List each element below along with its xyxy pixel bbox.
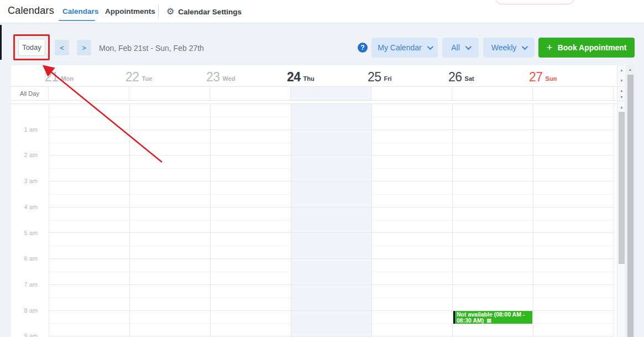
time-slot[interactable] [211, 130, 291, 156]
time-slot[interactable] [211, 311, 291, 337]
time-slot[interactable] [49, 130, 129, 156]
filter-all-dropdown[interactable]: All [442, 38, 479, 58]
time-slot[interactable] [130, 285, 210, 311]
all-day-row: All Day [11, 86, 617, 101]
time-slot[interactable] [372, 208, 452, 234]
all-day-cell[interactable] [371, 87, 452, 100]
time-slot[interactable] [211, 155, 291, 182]
time-slot[interactable] [372, 311, 452, 337]
time-slot[interactable] [130, 130, 210, 156]
time-slot[interactable] [291, 311, 371, 337]
time-slot[interactable] [533, 155, 614, 182]
time-slot[interactable] [372, 285, 452, 311]
time-slot[interactable] [130, 311, 210, 337]
calendar-scrollbar[interactable]: ▲ ▼ ▲ ▼ ▲ [617, 65, 625, 337]
all-day-cell[interactable] [533, 87, 614, 100]
time-slot[interactable] [211, 104, 291, 130]
time-slot[interactable] [211, 259, 291, 285]
book-appointment-button[interactable]: + Book Appointment [538, 38, 635, 58]
calendar-settings-link[interactable]: ⚙ Calendar Settings [166, 7, 242, 17]
time-slot[interactable] [533, 259, 614, 285]
time-slot[interactable] [291, 285, 371, 311]
time-slot[interactable] [291, 155, 371, 182]
time-slot[interactable] [372, 155, 452, 182]
time-slot[interactable] [130, 155, 210, 182]
calendar-select-dropdown[interactable]: My Calendar [371, 38, 438, 58]
today-button[interactable]: Today [18, 39, 45, 56]
time-slot[interactable] [291, 208, 371, 234]
day-column-fri[interactable] [372, 104, 453, 337]
time-slot[interactable] [533, 182, 614, 208]
time-slot[interactable] [372, 233, 452, 259]
tab-calendars[interactable]: Calendars [62, 7, 98, 15]
scrollbar-thumb[interactable] [627, 75, 633, 337]
time-slot[interactable] [211, 182, 291, 208]
time-slot[interactable] [453, 104, 533, 130]
time-slot[interactable] [453, 155, 533, 182]
time-slot[interactable] [533, 311, 614, 337]
time-slot[interactable] [453, 285, 533, 311]
view-mode-dropdown[interactable]: Weekly [483, 38, 535, 58]
time-slot[interactable] [211, 208, 291, 234]
day-column-sat[interactable]: Not available (08:00 AM -08:30 AM)▤ [453, 104, 533, 337]
time-slot[interactable] [372, 182, 452, 208]
day-column-tue[interactable] [130, 104, 211, 337]
all-day-cell[interactable] [452, 87, 533, 100]
time-slot[interactable] [291, 104, 371, 130]
day-column-wed[interactable] [211, 104, 291, 337]
time-slot[interactable] [533, 104, 614, 130]
scroll-up-icon[interactable]: ▲ [617, 105, 625, 110]
help-icon[interactable]: ? [358, 43, 368, 53]
all-day-cell[interactable] [210, 87, 291, 100]
time-slot[interactable] [49, 182, 129, 208]
all-day-cell[interactable] [129, 87, 210, 100]
time-slot[interactable] [130, 259, 210, 285]
time-slot[interactable] [49, 155, 129, 182]
time-slot[interactable] [49, 311, 129, 337]
time-slot[interactable] [291, 233, 371, 259]
hour-label: 8 am [11, 307, 43, 314]
all-day-cell[interactable] [49, 87, 129, 100]
time-slot[interactable] [49, 259, 129, 285]
time-slot[interactable] [533, 233, 614, 259]
time-slot[interactable] [130, 182, 210, 208]
time-slot[interactable] [130, 233, 210, 259]
prev-week-button[interactable]: < [55, 40, 69, 55]
next-week-button[interactable]: > [77, 40, 91, 55]
time-slot[interactable] [453, 182, 533, 208]
time-slot[interactable] [533, 130, 614, 156]
time-slot[interactable] [372, 104, 452, 130]
time-slot[interactable] [533, 285, 614, 311]
time-slot[interactable] [372, 130, 452, 156]
scrollbar-thumb[interactable] [619, 112, 625, 264]
time-slot[interactable] [130, 104, 210, 130]
scroll-up-icon[interactable]: ▲ [617, 88, 625, 94]
scroll-up-icon[interactable]: ▲ [626, 67, 634, 72]
not-available-event[interactable]: Not available (08:00 AM -08:30 AM)▤ [453, 311, 532, 324]
time-slot[interactable] [291, 259, 371, 285]
time-slot[interactable] [211, 285, 291, 311]
time-slot[interactable] [453, 233, 533, 259]
time-slot[interactable] [49, 104, 129, 130]
time-slot[interactable] [372, 259, 452, 285]
day-column-thu[interactable] [291, 104, 372, 337]
time-slot[interactable] [453, 259, 533, 285]
time-slot[interactable] [291, 182, 371, 208]
time-slot[interactable] [291, 130, 371, 156]
day-column-sun[interactable] [533, 104, 614, 337]
all-day-cell[interactable] [291, 87, 371, 100]
time-slot[interactable] [49, 208, 129, 234]
page-scrollbar[interactable]: ▲ [626, 65, 634, 337]
scroll-up-icon[interactable]: ▲ [617, 68, 625, 73]
scroll-down-icon[interactable]: ▼ [617, 95, 625, 100]
time-slot[interactable] [533, 208, 614, 234]
time-slot[interactable] [453, 130, 533, 156]
time-slot[interactable] [130, 208, 210, 234]
time-slot[interactable] [49, 285, 129, 311]
scroll-down-icon[interactable]: ▼ [617, 78, 625, 84]
time-slot[interactable] [49, 233, 129, 259]
tab-appointments[interactable]: Appointments [105, 7, 155, 15]
day-column-mon[interactable] [49, 104, 130, 337]
time-slot[interactable] [453, 208, 533, 234]
time-slot[interactable] [211, 233, 291, 259]
